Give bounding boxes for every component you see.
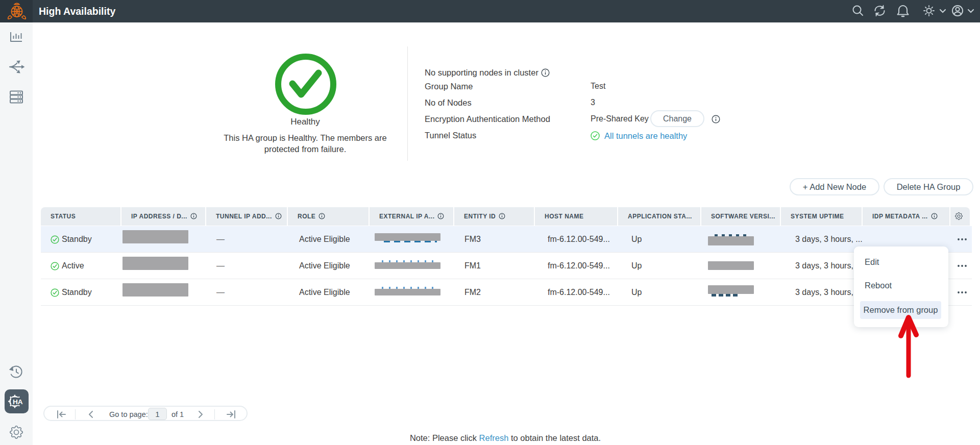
svg-text:HA: HA [13, 398, 23, 406]
